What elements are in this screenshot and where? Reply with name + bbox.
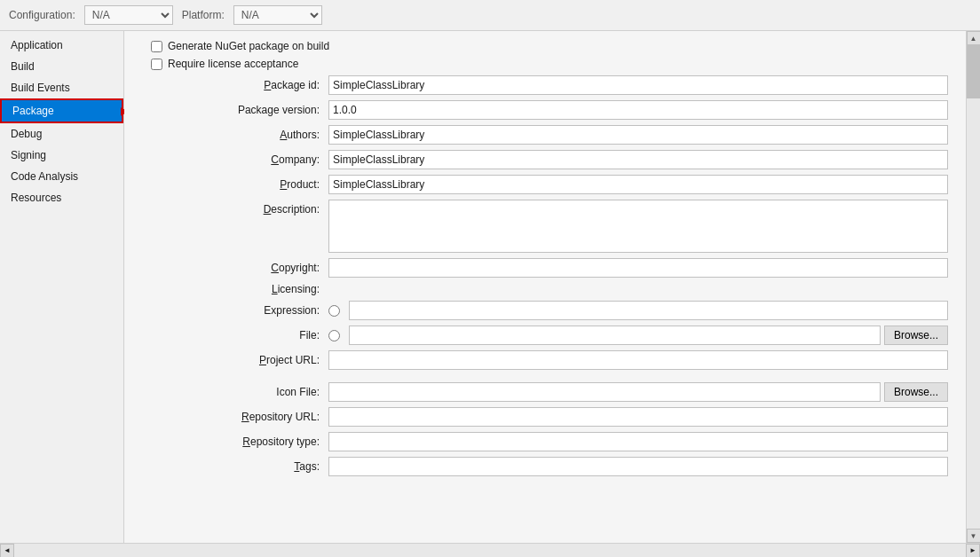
sidebar-item-application[interactable]: Application	[0, 35, 123, 56]
file-input[interactable]	[349, 326, 881, 345]
repository-type-label: Repository type:	[142, 435, 328, 448]
product-row: Product:	[142, 175, 948, 194]
expression-input[interactable]	[349, 301, 948, 320]
repository-url-input[interactable]	[328, 407, 948, 427]
package-version-input[interactable]	[328, 100, 948, 120]
sidebar-item-signing[interactable]: Signing	[0, 145, 123, 166]
sidebar-item-resources[interactable]: Resources	[0, 187, 123, 208]
product-label: Product:	[142, 178, 328, 191]
expression-radio[interactable]	[328, 305, 340, 317]
repository-url-row: Repository URL:	[142, 407, 948, 427]
project-url-row: Project URL:	[142, 350, 948, 370]
package-id-input[interactable]	[328, 75, 948, 95]
package-id-row: Package id:	[142, 75, 948, 95]
scroll-thumb[interactable]	[967, 45, 980, 98]
h-scroll-track	[14, 544, 966, 557]
repository-type-input[interactable]	[328, 432, 948, 451]
tags-label: Tags:	[142, 460, 328, 473]
file-radio[interactable]	[328, 330, 340, 341]
description-row: Description:	[142, 200, 948, 253]
sidebar-item-build[interactable]: Build	[0, 56, 123, 77]
package-version-label: Package version:	[142, 104, 328, 116]
expression-label: Expression:	[142, 304, 328, 317]
product-input[interactable]	[328, 175, 948, 194]
generate-nuget-checkbox[interactable]	[151, 41, 162, 52]
content-area: Generate NuGet package on build Require …	[124, 31, 966, 543]
content-wrapper: Generate NuGet package on build Require …	[124, 31, 980, 543]
scroll-right-button[interactable]: ►	[966, 544, 980, 558]
scroll-left-button[interactable]: ◄	[0, 544, 14, 558]
project-url-label: Project URL:	[142, 354, 328, 366]
platform-label: Platform:	[182, 9, 225, 21]
description-textarea[interactable]	[328, 200, 948, 253]
main-content: Application Build Build Events Package D…	[0, 31, 980, 543]
file-browse-button[interactable]: Browse...	[884, 326, 948, 345]
copyright-label: Copyright:	[142, 262, 328, 274]
repository-url-label: Repository URL:	[142, 411, 328, 423]
file-label: File:	[142, 329, 328, 341]
package-version-row: Package version:	[142, 100, 948, 120]
require-license-checkbox[interactable]	[151, 59, 162, 70]
generate-nuget-row: Generate NuGet package on build	[142, 40, 948, 52]
authors-row: Authors:	[142, 125, 948, 145]
icon-file-row: Icon File: Browse...	[142, 382, 948, 402]
configuration-select[interactable]: N/A	[84, 5, 173, 25]
scroll-down-button[interactable]: ▼	[967, 529, 981, 543]
sidebar-item-package[interactable]: Package	[0, 98, 123, 123]
scroll-up-button[interactable]: ▲	[967, 31, 981, 45]
description-label: Description:	[142, 200, 328, 216]
platform-select[interactable]: N/A	[233, 5, 322, 25]
repository-type-row: Repository type:	[142, 432, 948, 451]
project-url-input[interactable]	[328, 350, 948, 370]
sidebar: Application Build Build Events Package D…	[0, 31, 124, 543]
top-bar: Configuration: N/A Platform: N/A	[0, 0, 980, 31]
icon-file-input[interactable]	[328, 382, 881, 402]
expression-row: Expression:	[142, 301, 948, 320]
tags-row: Tags:	[142, 457, 948, 476]
package-id-label: Package id:	[142, 79, 328, 91]
copyright-row: Copyright:	[142, 258, 948, 278]
authors-input[interactable]	[328, 125, 948, 145]
sidebar-item-build-events[interactable]: Build Events	[0, 77, 123, 98]
company-input[interactable]	[328, 150, 948, 169]
authors-label: Authors:	[142, 129, 328, 141]
tags-input[interactable]	[328, 457, 948, 476]
icon-file-browse-button[interactable]: Browse...	[884, 382, 948, 402]
licensing-label: Licensing:	[142, 283, 328, 295]
require-license-row: Require license acceptance	[142, 58, 948, 70]
generate-nuget-label: Generate NuGet package on build	[168, 40, 329, 52]
copyright-input[interactable]	[328, 258, 948, 278]
file-row: File: Browse...	[142, 326, 948, 345]
licensing-row: Licensing:	[142, 283, 948, 295]
configuration-label: Configuration:	[9, 9, 75, 21]
company-row: Company:	[142, 150, 948, 169]
scroll-track	[967, 45, 980, 529]
vertical-scrollbar[interactable]: ▲ ▼	[966, 31, 980, 543]
sidebar-item-debug[interactable]: Debug	[0, 123, 123, 145]
sidebar-item-code-analysis[interactable]: Code Analysis	[0, 166, 123, 187]
horizontal-scrollbar[interactable]: ◄ ►	[0, 543, 980, 557]
company-label: Company:	[142, 153, 328, 166]
icon-file-label: Icon File:	[142, 386, 328, 398]
require-license-label: Require license acceptance	[168, 58, 298, 70]
